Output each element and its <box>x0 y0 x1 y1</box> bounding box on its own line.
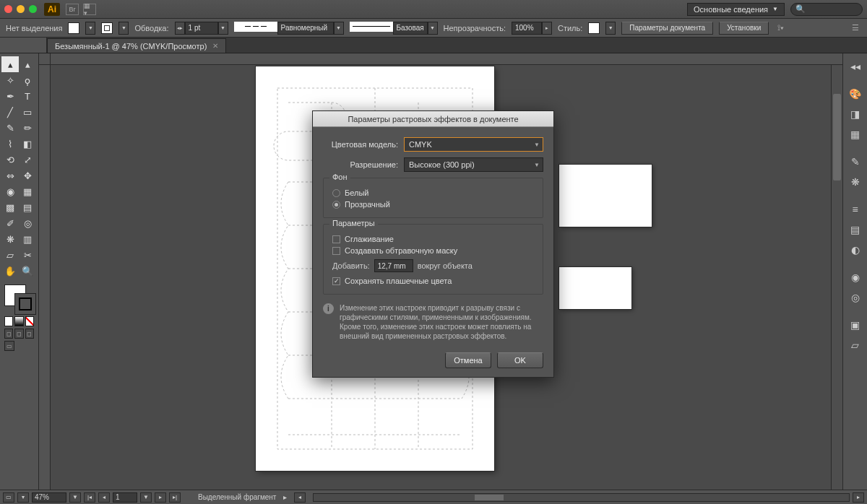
appearance-panel-icon[interactable]: ◉ <box>843 267 867 287</box>
hand-tool[interactable]: ✋ <box>1 263 19 279</box>
rotate-tool[interactable]: ⟲ <box>1 152 19 168</box>
direct-selection-tool[interactable]: ▴ <box>19 56 36 72</box>
artboard-nav-icon[interactable]: ▭ <box>3 492 14 503</box>
horizontal-scrollbar[interactable] <box>313 493 850 502</box>
ok-button[interactable]: OK <box>497 352 543 368</box>
fill-swatch[interactable] <box>68 22 79 34</box>
brush-dropdown[interactable]: ▼ <box>428 22 438 35</box>
collapse-dock-icon[interactable]: ◂◂ <box>843 56 867 77</box>
document-tab[interactable]: Безымянный-1 @ 47% (CMYK/Просмотр) ✕ <box>47 38 226 53</box>
blob-brush-tool[interactable]: ⌇ <box>1 136 19 152</box>
minimize-window-icon[interactable] <box>17 5 25 13</box>
fill-dropdown[interactable]: ▼ <box>85 22 95 35</box>
brushes-panel-icon[interactable]: ✎ <box>843 152 867 172</box>
blend-tool[interactable]: ◎ <box>19 215 36 231</box>
color-model-select[interactable]: CMYK ▼ <box>404 137 543 152</box>
stroke-stepper[interactable]: ◂▸ <box>175 22 185 35</box>
prev-artboard-button[interactable]: ◂ <box>98 492 110 503</box>
color-gradient-icon[interactable] <box>14 316 23 326</box>
symbol-sprayer-tool[interactable]: ❋ <box>1 231 19 247</box>
workspace-selector[interactable]: Основные сведения ▼ <box>687 3 785 16</box>
draw-behind-icon[interactable]: ◻ <box>14 329 23 339</box>
search-input[interactable]: 🔍 <box>790 3 863 16</box>
brush-select[interactable] <box>393 22 428 35</box>
opacity-label[interactable]: Непрозрачность: <box>444 24 506 32</box>
arrange-documents-button[interactable]: ▦ ▾ <box>83 4 96 15</box>
status-caret-icon[interactable]: ▸ <box>283 493 287 501</box>
stroke-dropdown[interactable]: ▼ <box>118 22 129 35</box>
lasso-tool[interactable]: ϙ <box>19 72 36 88</box>
scroll-right-button[interactable]: ▸ <box>853 492 864 503</box>
h-scrollbar-thumb[interactable] <box>475 495 504 500</box>
bg-white-radio[interactable]: Белый <box>332 188 534 197</box>
preserve-spot-checkbox[interactable]: ✓ Сохранять плашечные цвета <box>332 277 534 285</box>
stroke-swatch[interactable] <box>101 22 113 34</box>
graphic-styles-panel-icon[interactable]: ◎ <box>843 287 867 308</box>
layers-panel-icon[interactable]: ▣ <box>843 315 867 335</box>
artboard-nav-menu[interactable]: ▾ <box>17 492 29 503</box>
bridge-button[interactable]: Br <box>66 4 79 15</box>
pen-tool[interactable]: ✒ <box>1 88 19 104</box>
zoom-window-icon[interactable] <box>29 5 37 13</box>
scrollbar-thumb[interactable] <box>833 94 841 181</box>
slice-tool[interactable]: ✂ <box>19 247 36 263</box>
color-none-icon[interactable] <box>25 316 34 326</box>
next-artboard-button[interactable]: ▸ <box>155 492 166 503</box>
ruler-vertical[interactable] <box>39 65 51 490</box>
stroke-label[interactable]: Обводка: <box>134 24 168 32</box>
artboard-number-field[interactable]: 1 <box>113 492 137 503</box>
selection-tool[interactable]: ▴ <box>1 56 19 72</box>
gradient-tool[interactable]: ▤ <box>19 199 36 215</box>
symbols-panel-icon[interactable]: ❋ <box>843 172 867 192</box>
stroke-weight-dropdown[interactable]: ▼ <box>218 22 228 35</box>
free-transform-tool[interactable]: ✥ <box>19 168 36 183</box>
scale-tool[interactable]: ⤢ <box>19 152 36 168</box>
swatches-panel-icon[interactable]: ▦ <box>843 124 867 144</box>
shape-builder-tool[interactable]: ◉ <box>1 183 19 199</box>
gradient-panel-icon[interactable]: ▤ <box>843 220 867 240</box>
eyedropper-tool[interactable]: ✐ <box>1 215 19 231</box>
zoom-tool[interactable]: 🔍 <box>19 263 36 279</box>
zoom-dropdown[interactable]: ▼ <box>69 492 81 503</box>
mesh-tool[interactable]: ▩ <box>1 199 19 215</box>
clip-mask-checkbox[interactable]: Создавать обтравочную маску <box>332 246 534 255</box>
magic-wand-tool[interactable]: ✧ <box>1 72 19 88</box>
opacity-dropdown[interactable]: ▸ <box>542 22 552 35</box>
add-around-input[interactable] <box>374 259 413 272</box>
first-artboard-button[interactable]: |◂ <box>84 492 95 503</box>
antialias-checkbox[interactable]: Сглаживание <box>332 235 534 243</box>
rectangle-tool[interactable]: ▭ <box>19 104 36 120</box>
stroke-color[interactable] <box>14 293 36 315</box>
artboard-tool[interactable]: ▱ <box>1 247 19 263</box>
style-dropdown[interactable]: ▼ <box>605 22 616 35</box>
close-icon[interactable]: ✕ <box>212 42 218 50</box>
cancel-button[interactable]: Отмена <box>445 352 491 368</box>
last-artboard-button[interactable]: ▸| <box>169 492 181 503</box>
draw-normal-icon[interactable]: ◻ <box>4 329 13 339</box>
width-tool[interactable]: ⇔ <box>1 168 19 183</box>
color-solid-icon[interactable] <box>4 316 13 326</box>
screen-mode-icon[interactable]: ▭ <box>4 341 14 351</box>
scroll-left-button[interactable]: ◂ <box>294 492 306 503</box>
type-tool[interactable]: T <box>19 88 36 104</box>
color-panel-icon[interactable]: 🎨 <box>843 84 867 104</box>
column-graph-tool[interactable]: ▥ <box>19 231 36 247</box>
document-params-button[interactable]: Параметры документа <box>621 22 713 35</box>
style-swatch[interactable] <box>588 22 600 34</box>
fill-stroke-control[interactable] <box>1 283 35 313</box>
transparency-panel-icon[interactable]: ◐ <box>843 240 867 260</box>
eraser-tool[interactable]: ◧ <box>19 136 36 152</box>
opacity-input[interactable] <box>512 22 542 35</box>
preferences-button[interactable]: Установки <box>719 22 769 35</box>
align-tools-icon[interactable]: ⟟▾ <box>775 22 786 34</box>
bg-transparent-radio[interactable]: Прозрачный <box>332 200 534 209</box>
stroke-profile-dropdown[interactable]: ▼ <box>334 22 344 35</box>
paintbrush-tool[interactable]: ✎ <box>1 120 19 136</box>
artboard-dropdown[interactable]: ▼ <box>140 492 152 503</box>
resolution-select[interactable]: Высокое (300 ppi) ▼ <box>404 157 543 172</box>
ruler-origin[interactable] <box>39 53 51 65</box>
draw-inside-icon[interactable]: ◻ <box>25 329 34 339</box>
vertical-scrollbar[interactable] <box>831 65 842 490</box>
line-tool[interactable]: ╱ <box>1 104 19 120</box>
perspective-grid-tool[interactable]: ▦ <box>19 183 36 199</box>
